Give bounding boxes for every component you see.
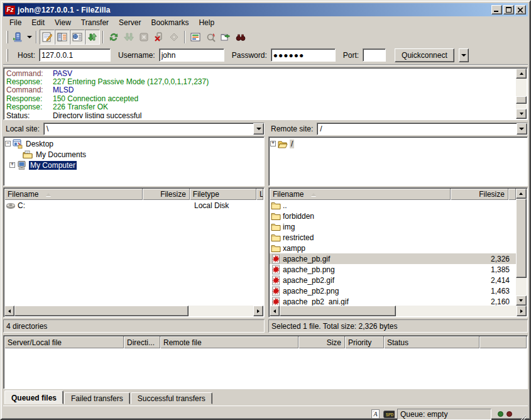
dropdown-arrow-icon: [27, 36, 32, 38]
file-row[interactable]: restricted: [270, 232, 516, 243]
username-input[interactable]: [159, 48, 224, 62]
folder-icon: [271, 233, 281, 243]
menu-file[interactable]: File: [4, 17, 26, 28]
menu-view[interactable]: View: [50, 17, 76, 28]
menu-transfer[interactable]: Transfer: [76, 17, 114, 28]
scroll-right-button[interactable]: [517, 306, 527, 316]
file-row[interactable]: xampp: [270, 243, 516, 253]
tree-item-desktop[interactable]: − Desktop: [5, 138, 263, 149]
menu-help[interactable]: Help: [194, 17, 219, 28]
column-header-priority[interactable]: Priority: [345, 336, 384, 348]
process-queue-button[interactable]: [121, 30, 136, 45]
disconnect-button[interactable]: [151, 30, 167, 45]
file-row-c-drive[interactable]: C: Local Disk: [4, 200, 263, 211]
toggle-queue-button[interactable]: [85, 30, 100, 45]
scroll-track[interactable]: [280, 306, 517, 316]
column-header-filesize[interactable]: Filesize: [451, 189, 508, 200]
title-bar[interactable]: Fz john@127.0.0.1 - FileZilla: [3, 3, 528, 16]
remote-horizontal-scrollbar[interactable]: [270, 306, 527, 316]
tree-item-my-documents[interactable]: My Documents: [5, 149, 263, 160]
file-row[interactable]: apache_pb.png1,385: [270, 264, 516, 275]
menu-bookmarks[interactable]: Bookmarks: [146, 17, 194, 28]
menu-edit[interactable]: Edit: [26, 17, 50, 28]
window-title: john@127.0.0.1 - FileZilla: [18, 6, 490, 14]
column-header-filler: [508, 189, 516, 200]
menu-server[interactable]: Server: [114, 17, 146, 28]
quickconnect-button[interactable]: Quickconnect: [395, 48, 454, 62]
find-files-button[interactable]: [233, 30, 248, 45]
directory-comparison-button[interactable]: [203, 30, 218, 45]
log-vertical-scrollbar[interactable]: [516, 69, 527, 119]
site-manager-icon: [13, 32, 23, 42]
port-input[interactable]: [363, 48, 386, 62]
scroll-thumb[interactable]: [516, 199, 527, 278]
column-header-filename[interactable]: Filename: [4, 189, 143, 200]
filter-button[interactable]: [188, 30, 203, 45]
toggle-remote-tree-button[interactable]: [70, 30, 85, 45]
scroll-track[interactable]: [14, 306, 253, 316]
column-header-size[interactable]: Size: [298, 336, 345, 348]
scroll-down-button[interactable]: [516, 296, 527, 306]
refresh-button[interactable]: [106, 30, 121, 45]
synchronized-browsing-button[interactable]: [218, 30, 233, 45]
column-header-filesize[interactable]: Filesize: [143, 189, 190, 200]
quickconnect-grip: [6, 49, 8, 62]
tree-item-root[interactable]: + /: [270, 138, 526, 149]
column-header-remote-file[interactable]: Remote file: [160, 336, 298, 348]
remote-site-row: Remote site: /: [268, 123, 528, 135]
scroll-track[interactable]: [516, 199, 527, 296]
expand-plus-icon[interactable]: +: [9, 162, 15, 168]
column-header-direction[interactable]: Directi...: [124, 336, 160, 348]
resize-grip[interactable]: [518, 414, 527, 420]
scroll-up-button[interactable]: [516, 189, 527, 199]
file-row[interactable]: img: [270, 221, 516, 232]
reconnect-button[interactable]: [167, 30, 182, 45]
site-manager-button[interactable]: [10, 30, 25, 45]
toggle-local-tree-button[interactable]: [55, 30, 70, 45]
scroll-thumb[interactable]: [516, 96, 527, 104]
tab-queued-files[interactable]: Queued files: [4, 390, 63, 404]
scroll-thumb[interactable]: [14, 306, 189, 316]
column-header-server-local-file[interactable]: Server/Local file: [4, 336, 124, 348]
file-row[interactable]: ..: [270, 200, 516, 211]
toolbar-separator: [102, 31, 104, 43]
column-header-filename[interactable]: Filename: [270, 189, 451, 200]
remote-site-combo-button[interactable]: [517, 123, 527, 135]
scroll-left-button[interactable]: [4, 306, 14, 316]
cancel-operation-button[interactable]: [136, 30, 151, 45]
scroll-right-button[interactable]: [253, 306, 263, 316]
tab-successful-transfers[interactable]: Successful transfers: [131, 392, 212, 404]
column-header-lastmodified[interactable]: L: [256, 189, 263, 200]
transfer-type-indicator[interactable]: A: [370, 409, 381, 419]
column-header-filetype[interactable]: Filetype: [190, 189, 256, 200]
scroll-left-button[interactable]: [270, 306, 280, 316]
file-row[interactable]: forbidden: [270, 211, 516, 221]
host-input[interactable]: [39, 48, 111, 62]
quickconnect-dropdown[interactable]: [459, 48, 469, 62]
column-header-status[interactable]: Status: [384, 336, 479, 348]
local-site-combo[interactable]: \: [43, 123, 265, 135]
remote-site-combo[interactable]: /: [317, 123, 528, 135]
scroll-track[interactable]: [516, 79, 527, 109]
file-row[interactable]: apache_pb2.gif2,414: [270, 275, 516, 285]
tree-item-my-computer[interactable]: + My Computer: [5, 160, 263, 170]
speed-limits-indicator[interactable]: SPD: [383, 409, 395, 419]
local-site-combo-button[interactable]: [253, 123, 264, 135]
maximize-button[interactable]: [503, 5, 514, 14]
scroll-up-button[interactable]: [516, 69, 527, 79]
scroll-thumb[interactable]: [280, 306, 396, 316]
site-manager-dropdown[interactable]: [25, 30, 33, 44]
scroll-down-button[interactable]: [516, 109, 527, 119]
local-horizontal-scrollbar[interactable]: [4, 306, 263, 316]
file-row-selected[interactable]: apache_pb.gif2,326: [270, 253, 516, 264]
close-button[interactable]: [515, 5, 526, 14]
collapse-minus-icon[interactable]: −: [5, 141, 11, 146]
expand-plus-icon[interactable]: +: [270, 141, 276, 146]
remote-vertical-scrollbar[interactable]: [516, 189, 527, 306]
password-input[interactable]: [271, 48, 336, 62]
toggle-log-button[interactable]: [40, 30, 55, 45]
file-row[interactable]: apache_pb2.png1,463: [270, 285, 516, 296]
tab-failed-transfers[interactable]: Failed transfers: [64, 392, 130, 404]
file-row[interactable]: apache_pb2_ani.gif2,160: [270, 296, 516, 306]
minimize-button[interactable]: [491, 5, 502, 14]
